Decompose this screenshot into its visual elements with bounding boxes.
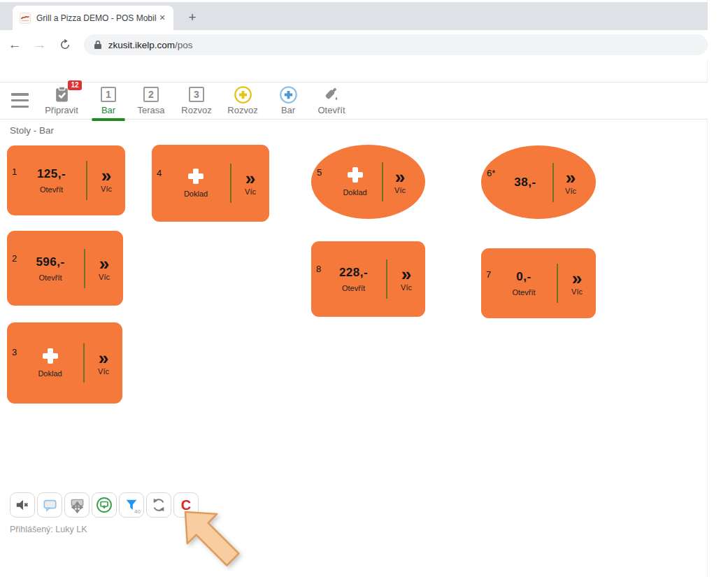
toolbar-item-label: Připravit <box>45 105 78 115</box>
filter-button[interactable]: 40 <box>119 492 144 518</box>
toolbar-item-new-bar[interactable]: Bar <box>274 85 302 118</box>
browser-tab[interactable]: Grill a Pizza DEMO - POS Mobile ✕ <box>13 6 173 30</box>
table-number: 2 <box>12 253 17 264</box>
toolbar-item-otevrit[interactable]: Otevřít <box>312 85 351 118</box>
favicon-icon <box>20 13 31 24</box>
more-label: Víc <box>401 283 412 292</box>
screen-move-button[interactable] <box>64 492 90 518</box>
table-tile[interactable]: 6* 38,- » Víc <box>481 145 596 219</box>
table-sub-label: Doklad <box>343 188 366 197</box>
reload-icon <box>59 38 71 51</box>
plus-icon <box>43 348 58 364</box>
url-text: zkusit.ikelp.com/pos <box>108 40 193 50</box>
table-more-action[interactable]: » Víc <box>85 256 123 281</box>
table-number: 1 <box>12 166 17 177</box>
double-chevron-icon: » <box>99 256 109 271</box>
table-tile[interactable]: 2 596,- Otevřít » Víc <box>7 231 123 306</box>
table-tile[interactable]: 7 0,- Otevřít » Víc <box>481 248 596 318</box>
table-more-action[interactable]: » Víc <box>554 170 596 195</box>
mute-button[interactable] <box>10 492 35 518</box>
more-label: Víc <box>571 287 583 296</box>
logged-in-user: Přihlášený: Luky LK <box>10 525 87 534</box>
table-group-1-icon: 1 <box>101 85 116 104</box>
double-chevron-icon: » <box>566 170 576 185</box>
screen-share-button[interactable] <box>92 492 117 518</box>
double-chevron-icon: » <box>572 271 582 286</box>
table-open-action[interactable]: 0,- Otevřít <box>481 270 557 297</box>
table-sub-label: Otevřít <box>512 288 535 297</box>
toolbar-item-new-rozvoz[interactable]: Rozvoz <box>222 85 263 118</box>
table-tile[interactable]: 8 228,- Otevřít » Víc <box>311 241 425 317</box>
toolbar-item-label: Terasa <box>137 105 164 115</box>
toolbar-item-label: Rozvoz <box>181 105 211 115</box>
table-open-action[interactable]: 228,- Otevřít <box>311 266 386 292</box>
table-tile[interactable]: 3 Doklad » Víc <box>7 322 122 404</box>
table-number: 7 <box>486 269 491 280</box>
table-open-action[interactable]: Doklad <box>152 169 230 198</box>
toolbar-item-label: Bar <box>101 105 115 115</box>
table-more-action[interactable]: » Víc <box>387 266 425 292</box>
table-amount: 228,- <box>339 266 368 280</box>
tab-close-icon[interactable]: ✕ <box>157 13 168 24</box>
pos-toolbar: 12 Připravit 1 Bar 2 Terasa 3 Rozvoz Roz… <box>0 82 708 120</box>
speaker-mute-icon <box>15 497 30 513</box>
add-circle-blue-icon <box>279 85 298 104</box>
browser-window: Grill a Pizza DEMO - POS Mobile ✕ + ← → … <box>0 0 708 577</box>
table-tile[interactable]: 4 Doklad » Víc <box>152 145 269 222</box>
bottle-icon <box>322 85 341 104</box>
table-number: 5 <box>317 167 322 178</box>
table-group-3-icon: 3 <box>189 85 204 104</box>
cursor-arrow-icon <box>162 508 249 577</box>
table-more-action[interactable]: » Víc <box>383 169 425 194</box>
table-more-action[interactable]: » Víc <box>87 168 125 193</box>
clipboard-check-icon: 12 <box>53 85 71 104</box>
table-sub-label: Doklad <box>184 190 208 198</box>
double-chevron-icon: » <box>395 169 405 185</box>
screen-move-icon <box>69 497 85 513</box>
table-number: 8 <box>316 264 321 274</box>
table-open-action[interactable]: 596,- Otevřít <box>7 255 84 282</box>
chat-button[interactable] <box>37 492 62 518</box>
section-title: Stoly - Bar <box>10 125 54 136</box>
menu-icon[interactable] <box>11 93 29 108</box>
toolbar-item-bar-1[interactable]: 1 Bar <box>94 85 122 118</box>
lock-icon <box>94 40 102 50</box>
plus-icon <box>348 167 363 183</box>
table-amount: 38,- <box>514 176 536 190</box>
table-sub-label: Otevřít <box>38 273 62 282</box>
toolbar-item-label: Otevřít <box>317 105 345 115</box>
plus-icon <box>188 169 204 184</box>
toolbar-item-rozvoz[interactable]: 3 Rozvoz <box>176 85 217 118</box>
back-button[interactable]: ← <box>4 34 25 55</box>
table-more-action[interactable]: » Víc <box>85 350 122 376</box>
table-sub-label: Otevřít <box>342 284 365 292</box>
browser-url-row: ← → zkusit.ikelp.com/pos <box>0 30 708 59</box>
reload-button[interactable] <box>55 34 76 55</box>
more-label: Víc <box>101 185 112 193</box>
prepared-count-badge: 12 <box>68 80 81 90</box>
more-label: Víc <box>565 187 576 195</box>
table-amount: 596,- <box>36 255 64 269</box>
url-bar[interactable]: zkusit.ikelp.com/pos <box>84 34 708 55</box>
new-tab-button[interactable]: + <box>183 8 201 27</box>
table-tile[interactable]: 5 Doklad » Víc <box>311 145 425 219</box>
toolbar-item-pripravit[interactable]: 12 Připravit <box>39 85 84 118</box>
tab-title: Grill a Pizza DEMO - POS Mobile <box>36 13 157 23</box>
table-tile[interactable]: 1 125,- Otevřít » Víc <box>7 145 125 215</box>
double-chevron-icon: » <box>101 168 111 183</box>
table-open-action[interactable]: 125,- Otevřít <box>7 167 86 194</box>
screen-share-add-icon <box>96 497 113 513</box>
toolbar-item-label: Bar <box>281 105 295 115</box>
table-number: 6* <box>487 168 495 178</box>
table-more-action[interactable]: » Víc <box>558 271 596 296</box>
url-path: /pos <box>175 40 193 50</box>
toolbar-item-terasa[interactable]: 2 Terasa <box>134 85 169 118</box>
table-open-action[interactable]: Doklad <box>7 348 83 378</box>
double-chevron-icon: » <box>245 171 255 186</box>
forward-button: → <box>29 34 50 55</box>
table-amount: 0,- <box>516 270 531 284</box>
browser-tab-strip: Grill a Pizza DEMO - POS Mobile ✕ + <box>0 2 708 30</box>
double-chevron-icon: » <box>401 266 411 282</box>
table-more-action[interactable]: » Víc <box>231 171 269 196</box>
table-number: 3 <box>12 347 17 357</box>
